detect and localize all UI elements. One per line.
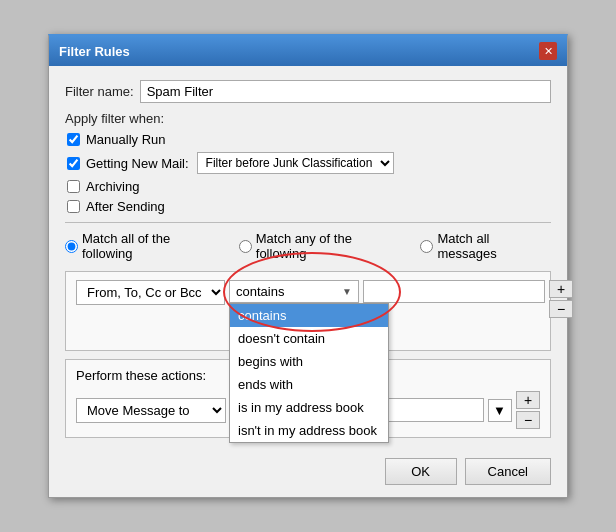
match-any-option[interactable]: Match any of the following <box>239 231 405 261</box>
filter-name-input[interactable] <box>140 80 551 103</box>
filter-name-row: Filter name: <box>65 80 551 103</box>
condition-dropdown-list: contains doesn't contain begins with end… <box>229 303 389 443</box>
dialog-title: Filter Rules <box>59 44 130 59</box>
getting-new-mail-row: Getting New Mail: Filter before Junk Cla… <box>65 152 551 174</box>
cancel-button[interactable]: Cancel <box>465 458 551 485</box>
filter-rules-dialog: Filter Rules ✕ Filter name: Apply filter… <box>48 34 568 498</box>
match-all-radio[interactable] <box>65 240 78 253</box>
match-all-msgs-option[interactable]: Match all messages <box>420 231 551 261</box>
remove-action-button[interactable]: − <box>516 411 540 429</box>
field-select[interactable]: From, To, Cc or Bcc Subject Body From To <box>76 280 225 305</box>
divider-1 <box>65 222 551 223</box>
match-any-radio[interactable] <box>239 240 252 253</box>
filter-name-label: Filter name: <box>65 84 134 99</box>
match-all-label: Match all of the following <box>82 231 223 261</box>
condition-option-not-in-address-book[interactable]: isn't in my address book <box>230 419 388 442</box>
condition-option-in-address-book[interactable]: is in my address book <box>230 396 388 419</box>
archiving-row: Archiving <box>65 179 551 194</box>
close-button[interactable]: ✕ <box>539 42 557 60</box>
filter-row-1: From, To, Cc or Bcc Subject Body From To… <box>76 280 540 318</box>
add-condition-button[interactable]: + <box>549 280 573 298</box>
action-type-select[interactable]: Move Message to Copy Message to Delete M… <box>76 398 226 423</box>
condition-dropdown-container: contains ▼ contains doesn't contain begi… <box>229 280 359 303</box>
manually-run-label: Manually Run <box>86 132 166 147</box>
dialog-content: Filter name: Apply filter when: Manually… <box>49 66 567 448</box>
condition-option-doesnt-contain[interactable]: doesn't contain <box>230 327 388 350</box>
add-action-button[interactable]: + <box>516 391 540 409</box>
condition-option-begins-with[interactable]: begins with <box>230 350 388 373</box>
condition-caret-icon: ▼ <box>342 286 352 297</box>
after-sending-label: After Sending <box>86 199 165 214</box>
match-options-row: Match all of the following Match any of … <box>65 231 551 261</box>
folder-dropdown-arrow[interactable]: ▼ <box>488 399 512 422</box>
action-row-plus-minus: + − <box>516 391 540 429</box>
match-all-msgs-label: Match all messages <box>437 231 551 261</box>
getting-new-mail-checkbox[interactable] <box>67 157 80 170</box>
archiving-label: Archiving <box>86 179 139 194</box>
match-any-label: Match any of the following <box>256 231 405 261</box>
after-sending-checkbox[interactable] <box>67 200 80 213</box>
apply-when-label: Apply filter when: <box>65 111 551 126</box>
remove-condition-button[interactable]: − <box>549 300 573 318</box>
condition-value-input[interactable] <box>363 280 545 303</box>
match-all-msgs-radio[interactable] <box>420 240 433 253</box>
filter-row-plus-minus: + − <box>549 280 573 318</box>
condition-option-ends-with[interactable]: ends with <box>230 373 388 396</box>
condition-option-contains[interactable]: contains <box>230 304 388 327</box>
after-sending-row: After Sending <box>65 199 551 214</box>
getting-new-mail-select[interactable]: Filter before Junk Classification Filter… <box>197 152 394 174</box>
manually-run-checkbox[interactable] <box>67 133 80 146</box>
condition-dropdown-btn[interactable]: contains ▼ <box>229 280 359 303</box>
title-bar: Filter Rules ✕ <box>49 36 567 66</box>
condition-selected-value: contains <box>236 284 284 299</box>
match-all-option[interactable]: Match all of the following <box>65 231 223 261</box>
archiving-checkbox[interactable] <box>67 180 80 193</box>
dialog-buttons: OK Cancel <box>49 448 567 497</box>
filter-conditions-box: From, To, Cc or Bcc Subject Body From To… <box>65 271 551 351</box>
manually-run-row: Manually Run <box>65 132 551 147</box>
ok-button[interactable]: OK <box>385 458 457 485</box>
getting-new-mail-label: Getting New Mail: <box>86 156 189 171</box>
